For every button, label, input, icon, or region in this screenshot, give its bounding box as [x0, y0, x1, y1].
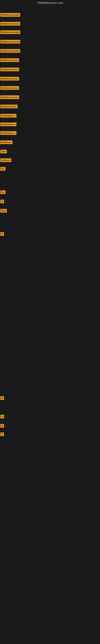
bottleneck-item: Bottleneck re	[0, 114, 16, 118]
bottleneck-badge[interactable]: Bottleneck result	[0, 49, 20, 53]
bottleneck-badge[interactable]: Bottleneck re	[0, 114, 16, 118]
bottleneck-badge[interactable]: Bottlenec	[0, 140, 12, 144]
bottleneck-badge[interactable]: Bottleneck re	[0, 122, 16, 126]
bottleneck-badge[interactable]: Bo	[0, 190, 5, 194]
bottleneck-badge[interactable]: Bottlene	[0, 158, 11, 162]
bottleneck-item: Bott	[0, 150, 7, 153]
bottleneck-badge[interactable]: Bott	[0, 209, 7, 212]
bottleneck-badge[interactable]: Bottleneck result	[0, 22, 20, 26]
bottleneck-item: Bottleneck result	[0, 49, 20, 53]
bottleneck-item: Bottleneck result	[0, 13, 20, 17]
bottleneck-badge[interactable]: Bottleneck resu	[0, 68, 19, 71]
bottleneck-badge[interactable]: Bottleneck resu	[0, 58, 19, 62]
bottleneck-badge[interactable]: Bottleneck resu	[0, 96, 19, 99]
bottleneck-badge[interactable]: B	[0, 415, 4, 418]
bottleneck-badge[interactable]: Bottleneck resu	[0, 77, 19, 80]
bottleneck-badge[interactable]: Bottleneck re	[0, 131, 16, 135]
bottleneck-badge[interactable]: Bottleneck resu	[0, 86, 19, 90]
bottleneck-item: Bottleneck re	[0, 122, 16, 126]
bottleneck-item: B	[0, 424, 4, 428]
bottleneck-badge[interactable]: Bottleneck result	[0, 40, 20, 44]
bottleneck-item: Bottleneck result	[0, 40, 20, 44]
bottleneck-item: Bo	[0, 190, 5, 194]
bottleneck-item: Bottleneck result	[0, 22, 20, 26]
bottleneck-item: B	[0, 432, 4, 436]
bottleneck-item: Bottleneck resu	[0, 86, 19, 90]
items-container: Bottleneck resultBottleneck resultBottle…	[0, 6, 100, 644]
bottleneck-badge[interactable]: Bott	[0, 150, 7, 153]
bottleneck-badge[interactable]: B	[0, 200, 4, 203]
bottleneck-item: Bottleneck resu	[0, 77, 19, 80]
bottleneck-item: Bottleneck resu	[0, 95, 19, 99]
bottleneck-badge[interactable]: Bo	[0, 167, 5, 171]
bottleneck-item: B	[0, 396, 4, 400]
bottleneck-item: Bottleneck resu	[0, 58, 19, 62]
bottleneck-item: B	[0, 232, 4, 236]
bottleneck-item: Bottlenec	[0, 140, 12, 144]
bottleneck-badge[interactable]: Bottleneck res	[0, 105, 18, 108]
bottleneck-item: Bottleneck re	[0, 131, 16, 135]
bottleneck-badge[interactable]: B	[0, 232, 4, 236]
bottleneck-item: B	[0, 200, 4, 203]
bottleneck-badge[interactable]: Bottleneck result	[0, 30, 20, 34]
bottleneck-badge[interactable]: B	[0, 424, 4, 428]
bottleneck-badge[interactable]: Bottleneck result	[0, 13, 20, 17]
bottleneck-item: B	[0, 414, 4, 418]
bottleneck-item: Bottleneck res	[0, 104, 18, 108]
bottleneck-item: Bottleneck result	[0, 30, 20, 34]
bottleneck-item: Bott	[0, 209, 7, 212]
bottleneck-badge[interactable]: B	[0, 432, 4, 436]
bottleneck-item: Bottlene	[0, 158, 11, 162]
bottleneck-item: Bo	[0, 167, 5, 171]
site-title: TheBottlenecker.com	[0, 0, 100, 6]
bottleneck-badge[interactable]: B	[0, 396, 4, 400]
bottleneck-item: Bottleneck resu	[0, 68, 19, 71]
